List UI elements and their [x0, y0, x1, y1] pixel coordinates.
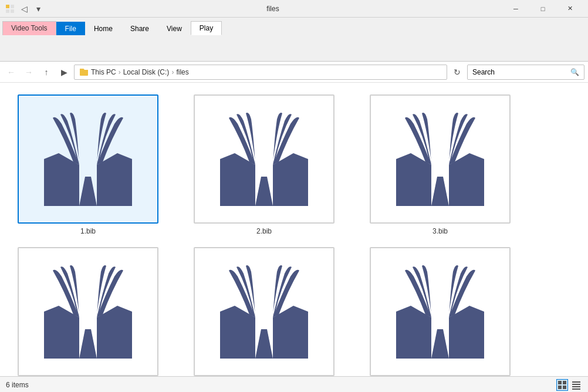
- addressbar-row: ← → ↑ ▶ This PC › Local Disk (C:) › file…: [0, 62, 588, 83]
- file-item[interactable]: 4.bib: [12, 247, 164, 376]
- svg-rect-29: [572, 386, 580, 387]
- view-buttons: [556, 379, 582, 391]
- svg-rect-3: [11, 9, 14, 13]
- svg-rect-1: [11, 5, 14, 8]
- up-button[interactable]: ↑: [39, 65, 54, 79]
- file-thumbnail: [370, 247, 511, 376]
- file-name: 2.bib: [256, 227, 272, 235]
- window-title: files: [43, 5, 502, 13]
- refresh-button[interactable]: ↻: [450, 65, 465, 79]
- file-thumbnail: [194, 247, 334, 376]
- address-box[interactable]: This PC › Local Disk (C:) › files: [74, 65, 447, 80]
- tab-home[interactable]: Home: [85, 22, 121, 35]
- search-box[interactable]: 🔍: [467, 65, 584, 80]
- svg-rect-25: [558, 386, 562, 389]
- address-localdisk: Local Disk (C:): [123, 68, 170, 76]
- svg-marker-7: [79, 177, 97, 206]
- forward-button[interactable]: →: [21, 65, 36, 79]
- folder-icon: [79, 67, 89, 77]
- svg-rect-27: [572, 381, 580, 383]
- close-button[interactable]: ✕: [556, 0, 583, 18]
- svg-marker-19: [255, 329, 273, 359]
- back-button[interactable]: ←: [4, 65, 19, 79]
- file-thumbnail: [370, 94, 511, 224]
- down-arrow-icon: ▾: [33, 4, 43, 14]
- tab-share[interactable]: Share: [121, 22, 158, 35]
- svg-marker-22: [431, 329, 449, 359]
- svg-marker-16: [79, 329, 97, 359]
- tab-file[interactable]: File: [56, 22, 85, 35]
- tab-play[interactable]: Play: [191, 21, 222, 35]
- svg-rect-2: [6, 9, 9, 13]
- status-bar: 6 items: [0, 376, 588, 392]
- window-controls: ─ □ ✕: [502, 0, 583, 18]
- svg-rect-0: [6, 5, 9, 8]
- file-item[interactable]: 2.bib: [188, 94, 340, 235]
- file-thumbnail: [18, 94, 158, 224]
- svg-marker-13: [431, 177, 449, 206]
- file-item[interactable]: 1.bib: [12, 94, 164, 235]
- ribbon-content: [0, 35, 588, 61]
- title-bar: ◁ ▾ files ─ □ ✕: [0, 0, 588, 18]
- main-content: 1.bib 2.bib: [0, 83, 588, 376]
- file-name: 3.bib: [432, 227, 448, 235]
- file-item[interactable]: 5.bib: [188, 247, 340, 376]
- svg-rect-26: [563, 386, 566, 389]
- svg-rect-24: [563, 381, 566, 384]
- search-icon: 🔍: [570, 68, 579, 76]
- maximize-button[interactable]: □: [529, 0, 556, 18]
- ribbon-tabs: Video Tools File Home Share View Play: [0, 18, 588, 35]
- file-grid: 1.bib 2.bib: [6, 89, 534, 370]
- search-input[interactable]: [472, 68, 570, 76]
- svg-rect-28: [572, 384, 580, 385]
- file-item[interactable]: 6.bib: [364, 247, 516, 376]
- minimize-button[interactable]: ─: [502, 0, 529, 18]
- large-icons-icon: [557, 380, 567, 390]
- address-thispc: This PC: [91, 68, 116, 76]
- large-icons-view-button[interactable]: [556, 379, 568, 391]
- window-icon: [5, 4, 15, 14]
- svg-rect-30: [572, 388, 580, 390]
- file-thumbnail: [18, 247, 158, 376]
- back-arrow-icon: ◁: [19, 4, 29, 14]
- details-view-button[interactable]: [570, 379, 582, 391]
- address-files: files: [176, 68, 188, 76]
- details-icon: [572, 380, 581, 390]
- file-name: 1.bib: [80, 227, 96, 235]
- tab-view[interactable]: View: [158, 22, 191, 35]
- svg-rect-23: [558, 381, 562, 384]
- title-bar-icons: ◁ ▾: [5, 4, 43, 14]
- recent-locations-button[interactable]: ▶: [56, 65, 72, 79]
- ribbon: Video Tools File Home Share View Play: [0, 18, 588, 62]
- file-item[interactable]: 3.bib: [364, 94, 516, 235]
- item-count: 6 items: [6, 381, 29, 389]
- tab-video-tools[interactable]: Video Tools: [2, 21, 56, 35]
- file-thumbnail: [194, 94, 334, 224]
- svg-marker-10: [255, 177, 273, 206]
